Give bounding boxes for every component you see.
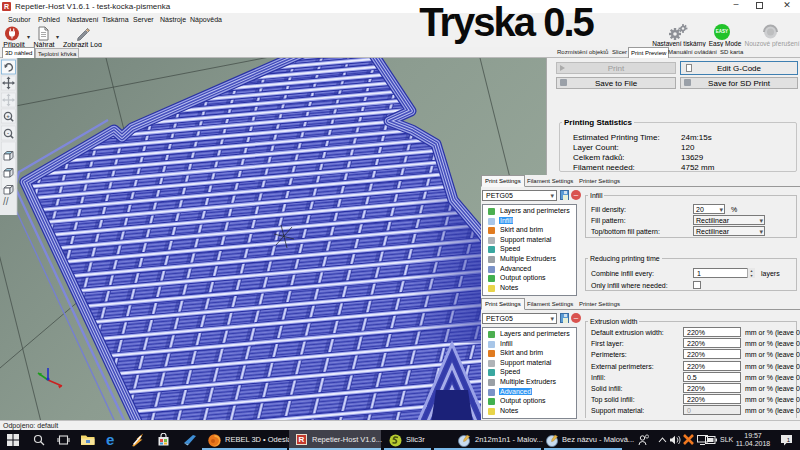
svg-text:-: - xyxy=(7,130,9,136)
svg-text:+: + xyxy=(6,113,10,119)
svg-text://: // xyxy=(3,196,9,207)
